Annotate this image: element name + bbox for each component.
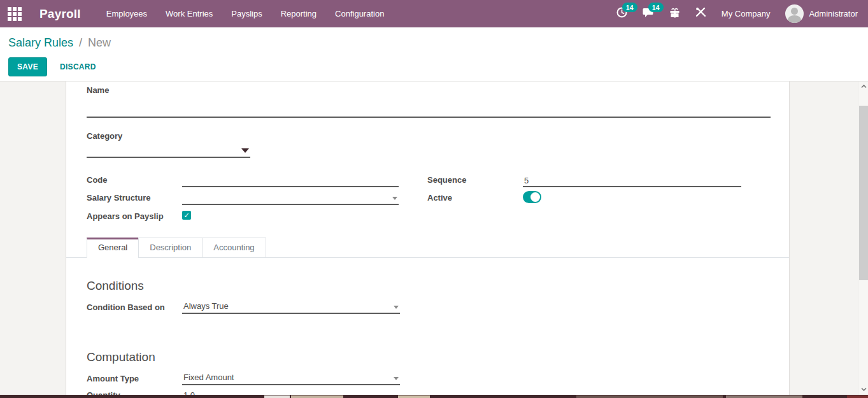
user-menu[interactable]: Administrator [785, 4, 858, 23]
quantity-field-label: Quantity [87, 390, 120, 395]
control-panel-buttons: SAVE DISCARD [8, 57, 868, 76]
name-field-label: Name [87, 85, 109, 95]
tab-accounting[interactable]: Accounting [202, 238, 266, 258]
tab-general[interactable]: General [87, 238, 139, 258]
background-window-edge [0, 395, 868, 398]
tools-icon [695, 7, 706, 20]
appears-on-payslip-field-label: Appears on Payslip [87, 211, 164, 221]
salary-structure-field-label: Salary Structure [87, 193, 150, 203]
condition-based-on-select[interactable]: Always True [182, 300, 400, 314]
amount-type-select[interactable]: Fixed Amount [182, 371, 400, 385]
scroll-down-arrow-icon[interactable] [858, 385, 868, 395]
gift-button[interactable] [669, 7, 680, 20]
main-menu: Employees Work Entries Payslips Reportin… [106, 9, 385, 18]
apps-menu-button[interactable] [0, 0, 29, 27]
quantity-value: 1.0 [183, 390, 195, 395]
toggle-knob [530, 192, 540, 202]
breadcrumb-current-new: New [88, 36, 111, 49]
company-switcher[interactable]: My Company [722, 9, 771, 18]
gift-icon [669, 7, 680, 20]
breadcrumb: Salary Rules / New [8, 36, 868, 50]
notebook-tabbar: General Description Accounting [66, 238, 789, 258]
app-brand-title: Payroll [39, 7, 81, 21]
sequence-field-label: Sequence [427, 175, 466, 185]
amount-type-field-label: Amount Type [87, 374, 139, 383]
navbar-right-systray: 14 14 My Company Administr [616, 4, 868, 23]
discard-button[interactable]: DISCARD [56, 58, 100, 76]
menu-item-configuration[interactable]: Configuration [335, 9, 384, 18]
condition-based-on-field-label: Condition Based on [87, 302, 165, 312]
form-view-background: Name Category Code Sequence Salary Struc… [0, 82, 858, 395]
messages-button[interactable]: 14 [643, 7, 654, 20]
vertical-scrollbar[interactable] [858, 82, 868, 395]
activity-count-badge: 14 [622, 3, 637, 12]
active-toggle[interactable] [523, 191, 541, 203]
breadcrumb-separator: / [79, 36, 82, 49]
code-input[interactable] [182, 174, 399, 187]
category-field-label: Category [87, 131, 122, 141]
payroll-app-window: Payroll Employees Work Entries Payslips … [0, 0, 868, 398]
menu-item-reporting[interactable]: Reporting [281, 9, 317, 18]
save-button[interactable]: SAVE [8, 57, 47, 76]
menu-item-work-entries[interactable]: Work Entries [166, 9, 213, 18]
scrollbar-thumb[interactable] [859, 106, 868, 280]
chevron-down-icon[interactable] [241, 148, 249, 153]
tab-description[interactable]: Description [138, 238, 203, 258]
chevron-down-icon[interactable] [394, 377, 399, 380]
sequence-input[interactable] [523, 174, 741, 187]
appears-on-payslip-checkbox[interactable]: ✓ [182, 211, 191, 220]
breadcrumb-salary-rules-link[interactable]: Salary Rules [8, 36, 73, 49]
salary-structure-select[interactable] [182, 191, 399, 205]
message-count-badge: 14 [648, 3, 664, 12]
conditions-section-heading: Conditions [87, 279, 144, 293]
top-navbar: Payroll Employees Work Entries Payslips … [0, 0, 868, 27]
user-avatar [785, 4, 804, 23]
chevron-down-icon[interactable] [394, 306, 399, 309]
activities-button[interactable]: 14 [616, 7, 627, 20]
form-sheet: Name Category Code Sequence Salary Struc… [66, 82, 790, 395]
name-input[interactable] [87, 97, 771, 118]
category-select[interactable] [87, 143, 250, 158]
chevron-down-icon[interactable] [392, 197, 397, 200]
apps-grid-icon [8, 7, 22, 21]
menu-item-employees[interactable]: Employees [106, 9, 147, 18]
computation-section-heading: Computation [87, 350, 155, 364]
active-field-label: Active [427, 193, 452, 203]
user-name-label: Administrator [809, 9, 858, 18]
menu-item-payslips[interactable]: Payslips [231, 9, 262, 18]
developer-tools-button[interactable] [695, 7, 706, 20]
control-panel: Salary Rules / New SAVE DISCARD [0, 27, 868, 82]
scroll-up-arrow-icon[interactable] [858, 82, 868, 92]
code-field-label: Code [87, 175, 108, 185]
